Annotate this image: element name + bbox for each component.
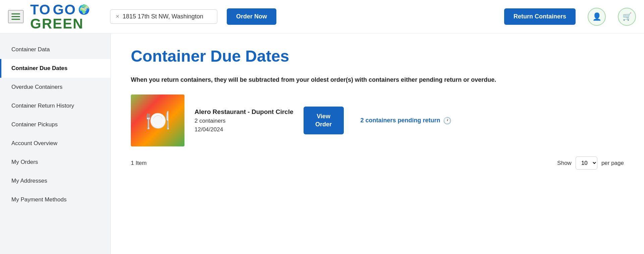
page-title: Container Due Dates: [131, 47, 624, 65]
user-account-icon[interactable]: 👤: [588, 8, 606, 26]
user-icon: 👤: [592, 12, 601, 21]
hamburger-button[interactable]: [8, 10, 23, 23]
restaurant-image: 🍽️: [131, 94, 184, 146]
order-now-button[interactable]: Order Now: [227, 8, 276, 25]
return-containers-button[interactable]: Return Containers: [504, 8, 576, 25]
restaurant-image-placeholder: 🍽️: [131, 94, 184, 146]
address-bar: × 1815 17th St NW, Washington: [110, 9, 217, 24]
sidebar-item-my-payment-methods[interactable]: My Payment Methods: [0, 190, 110, 209]
pagination-controls: Show 10 25 50 per page: [557, 156, 624, 170]
hamburger-line-3: [11, 19, 20, 20]
sidebar-item-overdue-containers[interactable]: Overdue Containers: [0, 78, 110, 97]
main-layout: Container Data Container Due Dates Overd…: [0, 34, 644, 254]
containers-count: 2 containers: [195, 118, 293, 124]
sidebar-item-account-overview[interactable]: Account Overview: [0, 134, 110, 153]
sidebar: Container Data Container Due Dates Overd…: [0, 34, 111, 254]
footer-row: 1 Item Show 10 25 50 per page: [131, 153, 624, 170]
logo-earth-icon: 🌍: [78, 5, 90, 14]
per-page-select[interactable]: 10 25 50: [576, 156, 597, 170]
sidebar-item-container-due-dates[interactable]: Container Due Dates: [0, 59, 110, 78]
restaurant-name: Alero Restaurant - Dupont Circle: [195, 108, 293, 116]
order-details: Alero Restaurant - Dupont Circle 2 conta…: [195, 108, 293, 133]
logo-green: GREEN: [30, 16, 84, 31]
view-order-button[interactable]: ViewOrder: [304, 107, 344, 134]
sidebar-item-container-return-history[interactable]: Container Return History: [0, 97, 110, 115]
items-count: 1 Item: [131, 160, 147, 167]
address-value: 1815 17th St NW, Washington: [122, 13, 203, 20]
per-page-label: per page: [601, 160, 624, 167]
cart-icon: 🛒: [623, 12, 632, 21]
order-date: 12/04/2024: [195, 126, 293, 133]
sidebar-item-container-pickups[interactable]: Container Pickups: [0, 115, 110, 134]
description-text: When you return containers, they will be…: [131, 75, 500, 84]
logo-go: GO: [53, 3, 76, 17]
logo-to: TO: [30, 3, 51, 17]
order-card: 🍽️ Alero Restaurant - Dupont Circle 2 co…: [131, 94, 624, 146]
sidebar-item-my-orders[interactable]: My Orders: [0, 153, 110, 172]
show-label: Show: [557, 160, 572, 167]
pending-return-status: 2 containers pending return 🕐: [361, 117, 451, 125]
main-content: Container Due Dates When you return cont…: [111, 34, 644, 254]
hamburger-line-1: [11, 13, 20, 14]
sidebar-item-my-addresses[interactable]: My Addresses: [0, 172, 110, 190]
sidebar-item-container-data[interactable]: Container Data: [0, 40, 110, 59]
pending-return-text: 2 containers pending return: [361, 117, 440, 124]
address-clear-icon[interactable]: ×: [116, 13, 119, 20]
header: TO GO 🌍 GREEN × 1815 17th St NW, Washing…: [0, 0, 644, 34]
logo: TO GO 🌍 GREEN: [30, 3, 90, 31]
cart-icon-button[interactable]: 🛒: [618, 8, 636, 26]
clock-icon: 🕐: [443, 117, 451, 125]
hamburger-line-2: [11, 16, 20, 17]
